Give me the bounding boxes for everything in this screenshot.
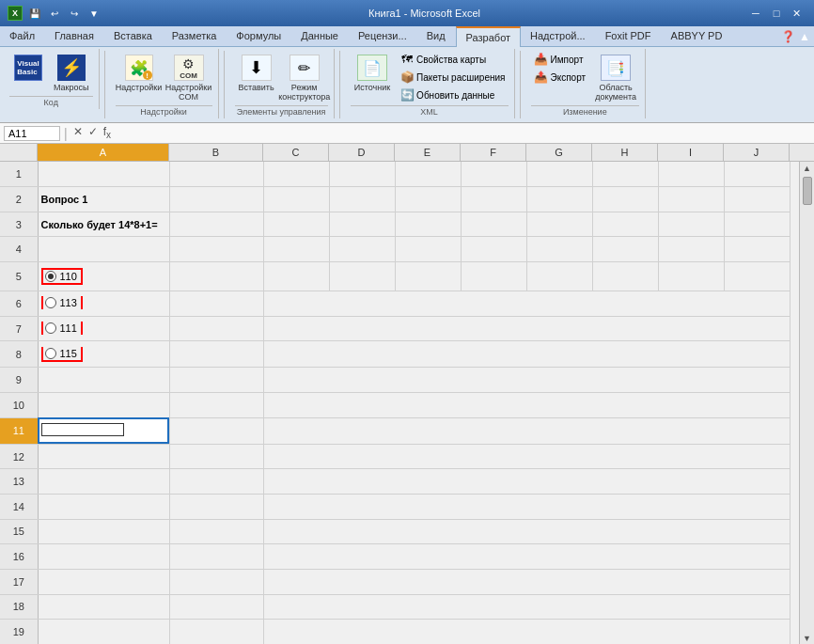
doc-area-btn[interactable]: 📑 Областьдокумента xyxy=(592,51,639,103)
cell-g1[interactable] xyxy=(526,162,592,187)
cell-rest-7[interactable] xyxy=(263,316,790,341)
cell-i4[interactable] xyxy=(658,237,724,262)
col-header-g[interactable]: G xyxy=(526,144,592,161)
insert-btn[interactable]: ⬇ Вставить xyxy=(235,51,278,94)
cell-b11[interactable] xyxy=(169,417,263,444)
addons-com-btn[interactable]: ⚙ COM НадстройкиCOM xyxy=(165,51,212,103)
cell-b13[interactable] xyxy=(169,469,263,495)
cell-a11[interactable] xyxy=(38,417,169,444)
row-header-6[interactable]: 6 xyxy=(0,291,38,317)
cell-b16[interactable] xyxy=(169,544,263,570)
cell-b9[interactable] xyxy=(169,368,263,393)
cell-a16[interactable] xyxy=(38,544,169,570)
cell-a19[interactable] xyxy=(38,620,169,644)
source-btn[interactable]: 📄 Источник xyxy=(351,51,394,94)
cell-e4[interactable] xyxy=(395,237,461,262)
save-quick-btn[interactable]: 💾 xyxy=(26,5,43,22)
cell-b4[interactable] xyxy=(169,237,263,262)
macros-btn[interactable]: ⚡ Макросы xyxy=(50,51,93,94)
cell-b19[interactable] xyxy=(169,620,263,644)
col-header-j[interactable]: J xyxy=(724,144,790,161)
col-header-h[interactable]: H xyxy=(592,144,658,161)
cell-h2[interactable] xyxy=(592,187,658,212)
cell-b3[interactable] xyxy=(169,212,263,237)
radio-115-circle[interactable] xyxy=(45,348,56,359)
row-header-11[interactable]: 11 xyxy=(0,417,38,444)
cell-g5[interactable] xyxy=(526,262,592,291)
map-props-btn[interactable]: 🗺 Свойства карты xyxy=(397,51,508,68)
tab-home[interactable]: Главная xyxy=(45,26,104,46)
cell-a6[interactable]: 113 xyxy=(38,291,169,317)
row-header-17[interactable]: 17 xyxy=(0,569,38,594)
cell-f3[interactable] xyxy=(461,212,526,237)
cell-j3[interactable] xyxy=(724,212,790,237)
cell-f1[interactable] xyxy=(461,162,526,187)
cell-a4[interactable] xyxy=(38,237,169,262)
cell-g2[interactable] xyxy=(526,187,592,212)
col-header-c[interactable]: C xyxy=(263,144,329,161)
cell-i5[interactable] xyxy=(658,262,724,291)
tab-abbyy[interactable]: ABBYY PD xyxy=(662,26,733,46)
formula-function-icon[interactable]: fx xyxy=(102,125,113,140)
row-header-18[interactable]: 18 xyxy=(0,594,38,620)
cell-f5[interactable] xyxy=(461,262,526,291)
col-header-f[interactable]: F xyxy=(461,144,526,161)
radio-111-circle[interactable] xyxy=(45,322,56,334)
formula-confirm-icon[interactable]: ✓ xyxy=(86,125,100,140)
cell-e5[interactable] xyxy=(395,262,461,291)
cell-b12[interactable] xyxy=(169,444,263,469)
scroll-thumb[interactable] xyxy=(803,177,812,205)
col-header-a[interactable]: A xyxy=(38,144,169,161)
cell-rest-9[interactable] xyxy=(263,368,790,393)
cell-b15[interactable] xyxy=(169,519,263,544)
cell-b6[interactable] xyxy=(169,291,263,317)
cell-e2[interactable] xyxy=(395,187,461,212)
cell-b18[interactable] xyxy=(169,594,263,620)
cell-a18[interactable] xyxy=(38,594,169,620)
cell-d1[interactable] xyxy=(329,162,395,187)
cell-h3[interactable] xyxy=(592,212,658,237)
addons-btn[interactable]: 🧩 ! Надстройки xyxy=(116,51,163,94)
cell-i3[interactable] xyxy=(658,212,724,237)
row-header-12[interactable]: 12 xyxy=(0,444,38,469)
cell-b5[interactable] xyxy=(169,262,263,291)
import-btn[interactable]: 📥 Импорт xyxy=(531,51,589,68)
row-header-15[interactable]: 15 xyxy=(0,519,38,544)
tab-insert[interactable]: Вставка xyxy=(104,26,163,46)
row-header-7[interactable]: 7 xyxy=(0,316,38,341)
cell-rest-6[interactable] xyxy=(263,291,790,317)
help-btn[interactable]: ❓ xyxy=(781,30,795,43)
cell-a3[interactable]: Сколько будет 14*8+1= xyxy=(38,212,169,237)
row-header-2[interactable]: 2 xyxy=(0,187,38,212)
cell-a5[interactable]: 110 xyxy=(38,262,169,291)
row-header-19[interactable]: 19 xyxy=(0,620,38,644)
tab-review[interactable]: Рецензи... xyxy=(349,26,417,46)
cell-j2[interactable] xyxy=(724,187,790,212)
cell-i1[interactable] xyxy=(658,162,724,187)
cell-a1[interactable] xyxy=(38,162,169,187)
redo-quick-btn[interactable]: ↪ xyxy=(66,5,83,22)
row-header-3[interactable]: 3 xyxy=(0,212,38,237)
expand-btn[interactable]: 📦 Пакеты расширения xyxy=(397,69,508,86)
cell-a13[interactable] xyxy=(38,469,169,495)
maximize-btn[interactable]: □ xyxy=(767,5,786,22)
cell-j1[interactable] xyxy=(724,162,790,187)
col-header-d[interactable]: D xyxy=(329,144,395,161)
cell-f2[interactable] xyxy=(461,187,526,212)
cell-j5[interactable] xyxy=(724,262,790,291)
cell-e3[interactable] xyxy=(395,212,461,237)
row-header-1[interactable]: 1 xyxy=(0,162,38,187)
cell-a8[interactable]: 115 xyxy=(38,341,169,368)
formula-cancel-icon[interactable]: ✕ xyxy=(71,125,85,140)
cell-c5[interactable] xyxy=(263,262,329,291)
cell-a17[interactable] xyxy=(38,569,169,594)
cell-a9[interactable] xyxy=(38,368,169,393)
tab-developer[interactable]: Разработ xyxy=(456,26,521,47)
ribbon-collapse-btn[interactable]: ▲ xyxy=(799,30,810,43)
radio-113-circle[interactable] xyxy=(45,297,56,308)
cell-b14[interactable] xyxy=(169,495,263,520)
cell-j4[interactable] xyxy=(724,237,790,262)
cell-a12[interactable] xyxy=(38,444,169,469)
cell-c4[interactable] xyxy=(263,237,329,262)
cell-c3[interactable] xyxy=(263,212,329,237)
